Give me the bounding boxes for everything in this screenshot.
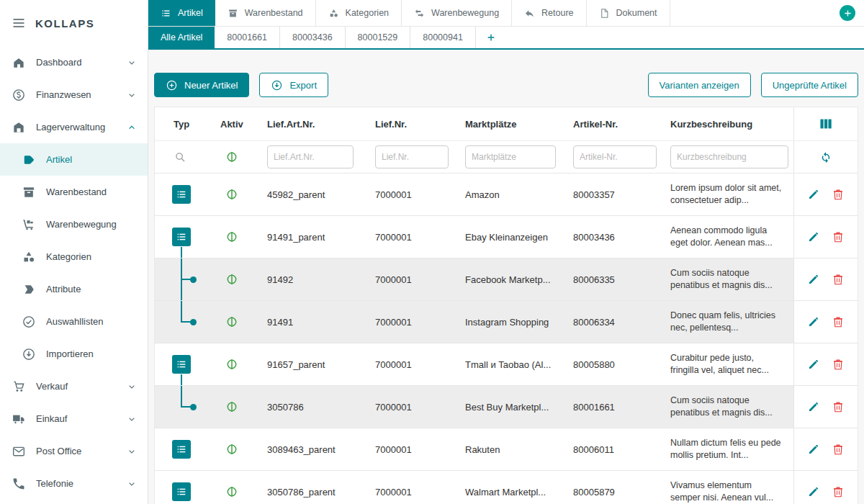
chevron-down-icon — [126, 446, 138, 457]
sidebar-item-kategorien[interactable]: Kategorien — [0, 240, 148, 273]
article-tab-80000941[interactable]: 80000941 — [410, 27, 476, 48]
filter-lief-nr-input[interactable] — [375, 145, 449, 168]
column-header-kurzbeschreibung[interactable]: Kurzbeschreibung — [659, 119, 793, 130]
filter-kurzbeschreibung-input[interactable] — [670, 145, 788, 168]
column-header-typ[interactable]: Typ — [155, 119, 209, 130]
tab-label: Retoure — [541, 8, 573, 18]
column-header-aktiv[interactable]: Aktiv — [209, 119, 256, 130]
delete-button[interactable] — [830, 356, 846, 372]
type-cell — [155, 343, 209, 385]
import-icon — [22, 347, 36, 361]
table-row[interactable]: 3050786_parent7000001Walmart Marketpl...… — [155, 470, 858, 504]
delete-button[interactable] — [830, 399, 846, 415]
edit-button[interactable] — [806, 229, 822, 245]
filter-lief-art-nr-input[interactable] — [267, 145, 354, 168]
type-cell — [155, 174, 209, 215]
edit-button[interactable] — [806, 399, 822, 415]
sidebar-item-artikel[interactable]: Artikel — [0, 143, 148, 176]
sidebar-item-post-office[interactable]: Post Office — [0, 435, 148, 467]
sidebar-item-lagerverwaltung[interactable]: Lagerverwaltung — [0, 111, 148, 143]
add-article-tab-button[interactable] — [476, 27, 506, 48]
edit-button[interactable] — [806, 186, 822, 202]
lief-nr-cell: 7000001 — [364, 359, 454, 370]
type-cell — [155, 216, 209, 258]
filter-marktpl-tze-input[interactable] — [465, 145, 556, 168]
column-header-marktpl-tze[interactable]: Marktplätze — [454, 119, 562, 130]
table-row[interactable]: 91491_parent7000001Ebay Kleinanzeigen800… — [155, 215, 858, 258]
sidebar-item-auswahllisten[interactable]: Auswahllisten — [0, 305, 148, 338]
delete-button[interactable] — [830, 314, 846, 330]
lief-art-nr-cell: 3050786 — [256, 402, 364, 413]
show-variants-button[interactable]: Varianten anzeigen — [648, 73, 751, 97]
variant-list-icon[interactable] — [172, 440, 191, 459]
table-row[interactable]: 914917000001Instagram Shopping80006334Do… — [155, 300, 858, 343]
filter-cell — [562, 145, 659, 168]
edit-button[interactable] — [806, 271, 822, 287]
edit-button[interactable] — [806, 484, 822, 500]
lief-nr-cell: 7000001 — [364, 189, 454, 200]
variant-list-icon[interactable] — [172, 185, 191, 204]
delete-button[interactable] — [830, 229, 846, 245]
menu-icon[interactable] — [12, 16, 26, 30]
active-cell — [209, 400, 256, 413]
edit-button[interactable] — [806, 441, 822, 457]
tab-warenbestand[interactable]: Warenbestand — [215, 0, 316, 26]
variant-list-icon[interactable] — [172, 482, 191, 501]
table-row[interactable]: 91657_parent7000001Tmall и Taobao (Al...… — [155, 343, 858, 385]
filter-search-cell — [155, 141, 209, 173]
phone-icon — [12, 477, 26, 491]
filter-artikel-nr-input[interactable] — [573, 145, 657, 168]
new-article-button[interactable]: Neuer Artikel — [154, 73, 249, 97]
tab-warenbewegung[interactable]: Warenbewegung — [402, 0, 512, 26]
sidebar-item-verkauf[interactable]: Verkauf — [0, 370, 148, 402]
swap-icon — [414, 8, 425, 19]
content: Neuer Artikel Export Varianten anzeigen … — [148, 49, 864, 504]
variant-list-icon[interactable] — [172, 228, 191, 246]
tab-kategorien[interactable]: Kategorien — [316, 0, 402, 26]
edit-button[interactable] — [806, 314, 822, 330]
export-icon — [271, 79, 283, 91]
sidebar-item-dashboard[interactable]: Dashboard — [0, 46, 148, 78]
sidebar-item-einkauf[interactable]: Einkauf — [0, 402, 148, 435]
sidebar-item-importieren[interactable]: Importieren — [0, 338, 148, 370]
column-header-lief-nr[interactable]: Lief.Nr. — [364, 119, 454, 130]
edit-button[interactable] — [806, 356, 822, 372]
delete-button[interactable] — [830, 186, 846, 202]
sidebar: KOLLAPS DashboardFinanzwesenLagerverwalt… — [0, 0, 148, 504]
variant-list-icon[interactable] — [172, 355, 191, 374]
dolly-icon — [22, 217, 36, 232]
tab-dokument[interactable]: Dokument — [587, 0, 670, 26]
delete-button[interactable] — [830, 441, 846, 457]
refresh-button[interactable] — [818, 149, 834, 165]
table-row[interactable]: 30507867000001Best Buy Marketpl...800016… — [155, 385, 858, 428]
add-tab-button[interactable] — [840, 5, 855, 21]
article-tab-80003436[interactable]: 80003436 — [280, 27, 346, 48]
sidebar-item-telefonie[interactable]: Telefonie — [0, 467, 148, 500]
delete-button[interactable] — [830, 484, 846, 500]
export-button[interactable]: Export — [259, 73, 328, 97]
kurzbeschreibung-cell: Vivamus elementum semper nisi. Aenean vu… — [659, 480, 793, 504]
unchecked-articles-button[interactable]: Ungeprüfte Artikel — [761, 73, 858, 97]
sidebar-item-warenbestand[interactable]: Warenbestand — [0, 176, 148, 208]
sidebar-item-warenbewegung[interactable]: Warenbewegung — [0, 208, 148, 240]
table-row[interactable]: 3089463_parent7000001Rakuten80006011Null… — [155, 428, 858, 470]
sidebar-item-finanzwesen[interactable]: Finanzwesen — [0, 78, 148, 111]
delete-button[interactable] — [830, 271, 846, 287]
tab-artikel[interactable]: Artikel — [148, 0, 215, 26]
marktplatz-cell: Amazon — [454, 189, 562, 200]
attribute-icon — [22, 282, 36, 297]
row-actions — [793, 216, 858, 258]
sidebar-item-attribute[interactable]: Attribute — [0, 273, 148, 305]
article-tab-80001661[interactable]: 80001661 — [215, 27, 280, 48]
tab-retoure[interactable]: Retoure — [512, 0, 586, 26]
article-tab-alle-artikel[interactable]: Alle Artikel — [148, 27, 215, 48]
artikel-nr-cell: 80006335 — [562, 274, 659, 285]
column-settings-button[interactable] — [793, 107, 858, 140]
table-row[interactable]: 45982_parent7000001Amazon80003357Lorem i… — [155, 173, 858, 215]
table-row[interactable]: 914927000001Facebook Marketp...80006335C… — [155, 258, 858, 300]
column-header-lief-art-nr[interactable]: Lief.Art.Nr. — [256, 119, 364, 130]
column-header-artikel-nr[interactable]: Artikel-Nr. — [562, 119, 659, 130]
chevron-down-icon — [126, 413, 138, 425]
filter-active-cell[interactable] — [209, 150, 256, 163]
article-tab-80001529[interactable]: 80001529 — [346, 27, 411, 48]
